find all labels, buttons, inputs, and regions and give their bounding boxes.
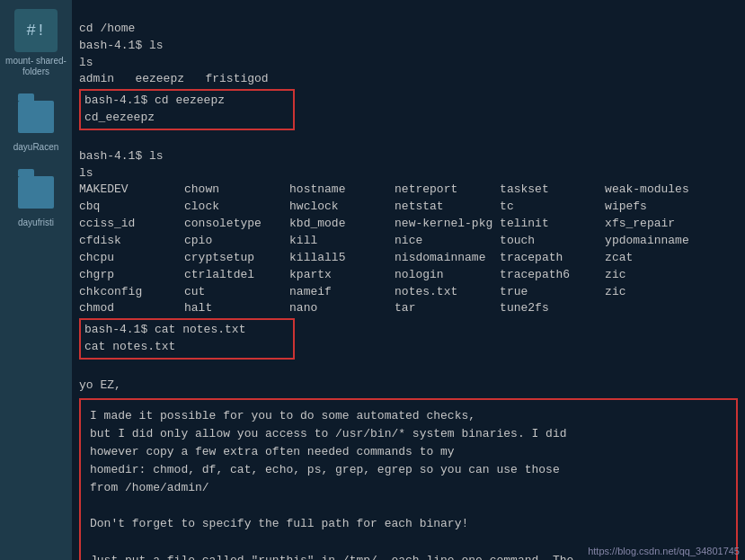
line-ls: ls [79,56,93,69]
col4: chcpu cryptsetup killall5 nisdomainname … [79,251,633,264]
yo-line: yo EZ, [79,360,738,395]
terminal-output: cd /home bash-4.1$ ls ls admin eezeepz f… [79,4,738,88]
line-cd-home: cd /home [79,22,135,35]
sidebar: #! mount- shared- folders dayuRacen dayu… [0,0,72,560]
col-header: MAKEDEV chown hostname netreport taskset… [79,182,689,196]
sidebar-label-mount: mount- shared- folders [0,56,72,77]
sidebar-label-fristi: dayufristi [18,218,54,228]
col3: cfdisk cpio kill nice touch ypdomainname [79,234,689,247]
watermark: https://blog.csdn.net/qq_34801745 [588,546,740,556]
sidebar-label-racen: dayuRacen [13,142,59,153]
terminal[interactable]: cd /home bash-4.1$ ls ls admin eezeepz f… [72,0,745,560]
col5: chgrp ctrlaltdel kpartx nologin tracepat… [79,268,626,281]
sidebar-item-dayufristi[interactable]: dayufristi [14,171,58,228]
line-ls2: ls [79,166,93,180]
sidebar-item-mount[interactable]: #! mount- shared- folders [0,9,72,77]
mount-icon: #! [14,9,58,52]
terminal-output-2: bash-4.1$ ls ls MAKEDEV chown hostname n… [79,131,738,317]
line-ls-output: admin eezeepz fristigod [79,72,269,85]
col1: cbq clock hwclock netstat tc wipefs [79,200,647,213]
sidebar-item-dayuracen[interactable]: dayuRacen [13,95,59,153]
folder-icon-racen [14,95,58,138]
col6: chkconfig cut nameif notes.txt true zic [79,285,626,298]
note-content: I made it possible for you to do some au… [79,398,738,560]
folder-icon-fristi [14,171,58,214]
col2: cciss_id consoletype kbd_mode new-kernel… [79,217,675,230]
cmd-cd-box: bash-4.1$ cd eezeepz cd_eezeepz [79,89,738,130]
col7: chmod halt nano tar tune2fs [79,301,549,315]
line-prompt1: bash-4.1$ ls [79,39,164,52]
cmd-cat-box: bash-4.1$ cat notes.txt cat notes.txt [79,318,738,360]
line-prompt2: bash-4.1$ ls [79,149,164,163]
cmd-cd-highlight: bash-4.1$ cd eezeepz cd_eezeepz [79,89,295,130]
cmd-cat-highlight: bash-4.1$ cat notes.txt cat notes.txt [79,318,295,360]
